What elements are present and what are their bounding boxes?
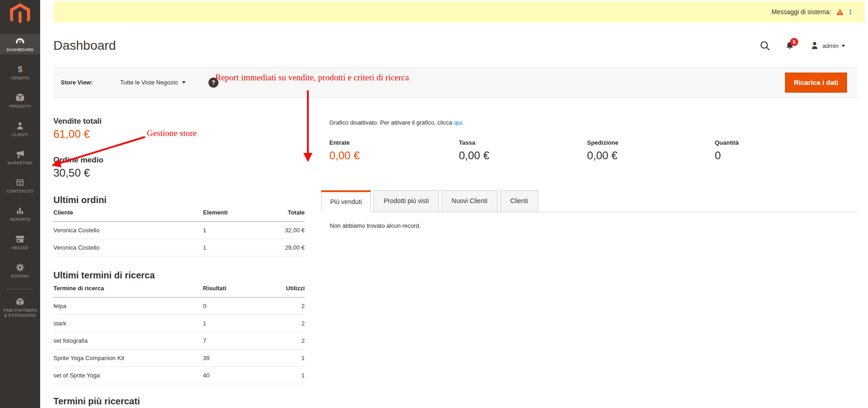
cell-results: 39 — [203, 350, 257, 367]
cell-term: set fotografia — [53, 332, 203, 350]
sidebar-item-vendite[interactable]: $ VENDITE — [0, 63, 40, 83]
table-row[interactable]: set fotografia 7 2 — [53, 332, 305, 350]
system-messages-bar: Messaggi di sistema: 1 — [53, 1, 865, 22]
dollar-icon: $ — [15, 64, 25, 74]
sidebar-item-label: DASHBOARD — [1, 47, 39, 52]
metric-label: Spedizione — [587, 139, 619, 146]
metric-quantity: Quantità 0 — [715, 139, 739, 162]
admin-user-name: admin — [822, 42, 838, 49]
admin-user-menu[interactable]: admin — [810, 41, 845, 50]
cell-items: 1 — [203, 222, 257, 239]
notification-badge: 5 — [790, 38, 798, 46]
sidebar-item-label: CLIENTI — [1, 132, 39, 137]
sidebar-item-contenuto[interactable]: CONTENUTO — [0, 176, 40, 196]
tab-prodotti-piu-visti[interactable]: Prodotti più visti — [374, 190, 439, 212]
header-actions: 5 admin — [759, 40, 845, 51]
sidebar-item-label: VENDITE — [1, 76, 39, 81]
metric-label: Entrate — [329, 139, 360, 146]
box-icon — [15, 93, 25, 103]
store-view-selector[interactable]: Tutte le Viste Negozio — [120, 79, 186, 86]
metric-label: Quantità — [715, 139, 739, 146]
reload-data-button[interactable]: Ricarica i dati — [785, 73, 847, 93]
metric-value: 0,00 € — [587, 149, 619, 162]
average-order-value: 30,50 € — [53, 167, 90, 179]
enable-chart-link[interactable]: qui — [454, 119, 462, 126]
cell-results: 1 — [203, 315, 257, 332]
last-search-terms-title: Ultimi termini di ricerca — [53, 270, 155, 281]
sidebar-item-label: PRODOTTI — [1, 104, 39, 109]
magento-admin-dashboard: DASHBOARD $ VENDITE PRODOTTI CLIENTI — [0, 0, 868, 408]
storefront-icon — [15, 234, 25, 244]
magento-logo[interactable] — [0, 0, 40, 29]
chevron-down-icon — [842, 45, 845, 47]
cell-total: 32,00 € — [257, 222, 305, 239]
notifications-button[interactable]: 5 — [785, 41, 795, 51]
sidebar-item-label: REPORTS — [1, 217, 39, 222]
top-search-terms-title: Termini più ricercati — [53, 396, 140, 407]
gauge-icon — [15, 36, 25, 46]
metric-value: 0,00 € — [329, 149, 360, 162]
table-row[interactable]: stark 1 2 — [53, 315, 305, 332]
tab-piu-venduti[interactable]: Più venduti — [321, 190, 371, 212]
chart-disabled-suffix: . — [462, 119, 464, 126]
sidebar-item-negozi[interactable]: NEGOZI — [0, 232, 40, 252]
table-row[interactable]: Veronica Costello 1 32,00 € — [53, 222, 305, 239]
sidebar-item-marketing[interactable]: MARKETING — [0, 147, 40, 167]
store-view-label: Store View: — [61, 79, 93, 86]
table-header-row: Cliente Elementi Totale — [53, 206, 305, 222]
sidebar-item-reports[interactable]: REPORTS — [0, 204, 40, 224]
sidebar-item-label: CONTENUTO — [1, 189, 39, 194]
svg-text:$: $ — [18, 64, 23, 74]
system-messages-label: Messaggi di sistema: — [771, 8, 831, 16]
metric-label: Tassa — [459, 139, 489, 146]
sidebar-item-find-partners[interactable]: FIND PARTNERS & EXTENSIONS — [0, 295, 40, 319]
gear-icon — [15, 262, 25, 272]
table-row[interactable]: set of Sprite Yoga 40 1 — [53, 367, 305, 384]
cell-term: set of Sprite Yoga — [53, 367, 203, 384]
annotation-note-top: Report immediati su vendite, prodotti e … — [215, 73, 409, 83]
tab-empty-message: Non abbiamo trovato alcun record. — [330, 222, 421, 229]
system-messages-count-link[interactable]: 1 — [848, 8, 852, 16]
cell-uses: 2 — [257, 332, 305, 350]
cell-customer: Veronica Costello — [53, 222, 203, 239]
sidebar-item-label: SISTEMA — [1, 274, 39, 279]
user-icon — [810, 41, 819, 50]
metric-value: 0,00 € — [459, 149, 489, 162]
tab-nuovi-clienti[interactable]: Nuovi Clienti — [442, 190, 498, 212]
chart-disabled-text: Grafico disattivato. Per attivare il gra… — [329, 119, 452, 126]
cell-uses: 2 — [257, 298, 305, 315]
sidebar-item-label: FIND PARTNERS & EXTENSIONS — [1, 308, 39, 318]
layout-icon — [16, 178, 25, 188]
table-header-row: Termine di ricerca Risultati Utilizzi — [53, 282, 305, 298]
page-title: Dashboard — [53, 38, 116, 53]
search-icon[interactable] — [759, 40, 770, 51]
metric-shipping: Spedizione 0,00 € — [587, 139, 619, 162]
tab-clienti[interactable]: Clienti — [500, 190, 538, 212]
table-row[interactable]: felpa 0 2 — [53, 298, 305, 315]
cell-results: 7 — [203, 332, 257, 350]
sidebar-item-dashboard[interactable]: DASHBOARD — [0, 34, 40, 54]
cell-items: 1 — [203, 239, 257, 256]
sidebar-item-sistema[interactable]: SISTEMA — [0, 261, 40, 281]
table-row[interactable]: Sprite Yoga Companion Kit 39 1 — [53, 350, 305, 367]
admin-sidebar: DASHBOARD $ VENDITE PRODOTTI CLIENTI — [0, 0, 40, 408]
bar-chart-icon — [16, 206, 25, 216]
sidebar-item-clienti[interactable]: CLIENTI — [0, 119, 40, 139]
total-sales-label: Vendite totali — [53, 117, 102, 126]
magento-logo-icon — [10, 3, 30, 26]
store-view-toolbar: Store View: Tutte le Viste Negozio ? Ric… — [53, 67, 858, 98]
warning-icon — [836, 8, 844, 16]
sidebar-item-prodotti[interactable]: PRODOTTI — [0, 91, 40, 111]
cell-term: felpa — [53, 298, 203, 315]
sidebar-nav: DASHBOARD $ VENDITE PRODOTTI CLIENTI — [0, 34, 40, 328]
chevron-down-icon — [182, 81, 186, 84]
column-header: Totale — [257, 206, 305, 222]
last-orders-title: Ultimi ordini — [53, 195, 107, 205]
metric-revenue: Entrate 0,00 € — [329, 139, 360, 162]
cell-customer: Veronica Costello — [53, 239, 203, 256]
metric-tax: Tassa 0,00 € — [459, 139, 489, 162]
last-orders-table: Cliente Elementi Totale Veronica Costell… — [53, 206, 305, 256]
table-row[interactable]: Veronica Costello 1 29,00 € — [53, 239, 305, 256]
cell-uses: 1 — [257, 367, 305, 384]
annotation-note-left: Gestione store — [147, 128, 197, 138]
